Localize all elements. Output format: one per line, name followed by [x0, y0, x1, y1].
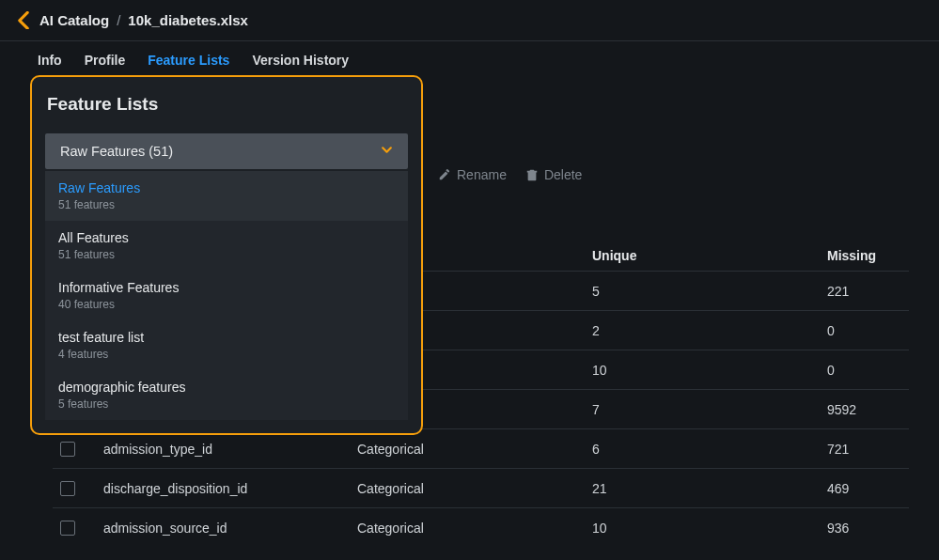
rename-button[interactable]: Rename [438, 167, 507, 182]
row-checkbox[interactable] [60, 481, 75, 496]
cell-missing: 221 [827, 284, 909, 299]
cell-unique: 21 [592, 481, 827, 496]
tab-info[interactable]: Info [38, 53, 62, 68]
cell-type: Categorical [357, 442, 592, 457]
dropdown-option[interactable]: All Features 51 features [45, 221, 408, 271]
cell-missing: 0 [827, 323, 909, 338]
option-sublabel: 4 features [58, 348, 395, 361]
table-row[interactable]: discharge_disposition_id Categorical 21 … [53, 468, 909, 507]
tab-profile[interactable]: Profile [85, 53, 126, 68]
cell-type: Categorical [357, 481, 592, 496]
cell-missing: 936 [827, 521, 909, 536]
breadcrumb-root[interactable]: AI Catalog [39, 12, 109, 28]
cell-unique: 7 [592, 402, 827, 417]
breadcrumb: AI Catalog / 10k_diabetes.xlsx [0, 0, 939, 41]
feature-list-dropdown-panel: Feature Lists Raw Features (51) Raw Feat… [30, 75, 423, 435]
toolbar: Rename Delete [438, 167, 909, 182]
option-label: test feature list [58, 330, 395, 345]
chevron-down-icon [381, 144, 393, 159]
dropdown-option[interactable]: Raw Features 51 features [45, 171, 408, 221]
cell-unique: 2 [592, 323, 827, 338]
cell-unique: 10 [592, 521, 827, 536]
cell-name: discharge_disposition_id [103, 481, 357, 496]
col-missing[interactable]: Missing [827, 248, 909, 263]
cell-missing: 9592 [827, 402, 909, 417]
rename-label: Rename [457, 167, 507, 182]
cell-type: Categorical [357, 521, 592, 536]
delete-label: Delete [544, 167, 582, 182]
tab-feature-lists[interactable]: Feature Lists [148, 53, 229, 68]
cell-missing: 469 [827, 481, 909, 496]
tabs: Info Profile Feature Lists Version Histo… [0, 41, 939, 79]
feature-list-menu: Raw Features 51 features All Features 51… [45, 171, 408, 420]
back-icon[interactable] [17, 14, 30, 27]
trash-icon [525, 168, 539, 181]
dropdown-option[interactable]: Informative Features 40 features [45, 271, 408, 320]
cell-unique: 10 [592, 363, 827, 378]
option-label: Raw Features [58, 180, 395, 195]
feature-list-select[interactable]: Raw Features (51) [45, 133, 408, 169]
cell-unique: 6 [592, 442, 827, 457]
option-sublabel: 51 features [58, 248, 395, 261]
option-sublabel: 5 features [58, 397, 395, 411]
cell-missing: 0 [827, 363, 909, 378]
option-label: Informative Features [58, 280, 395, 295]
delete-button[interactable]: Delete [525, 167, 582, 182]
option-label: demographic features [58, 380, 395, 395]
pencil-icon [438, 168, 451, 181]
option-sublabel: 51 features [58, 198, 395, 211]
option-label: All Features [58, 230, 395, 245]
tab-version-history[interactable]: Version History [252, 53, 349, 68]
dropdown-option[interactable]: test feature list 4 features [45, 320, 408, 370]
select-value: Raw Features (51) [60, 144, 173, 159]
dropdown-option[interactable]: demographic features 5 features [45, 370, 408, 420]
breadcrumb-current: 10k_diabetes.xlsx [128, 12, 248, 28]
table-row[interactable]: admission_source_id Categorical 10 936 [53, 507, 909, 547]
cell-name: admission_type_id [103, 442, 357, 457]
cell-missing: 721 [827, 442, 909, 457]
option-sublabel: 40 features [58, 298, 395, 311]
cell-name: admission_source_id [103, 521, 357, 536]
col-unique[interactable]: Unique [592, 248, 827, 263]
row-checkbox[interactable] [60, 521, 75, 536]
breadcrumb-separator: / [117, 12, 120, 28]
cell-unique: 5 [592, 284, 827, 299]
panel-title: Feature Lists [47, 94, 408, 115]
row-checkbox[interactable] [60, 442, 75, 457]
